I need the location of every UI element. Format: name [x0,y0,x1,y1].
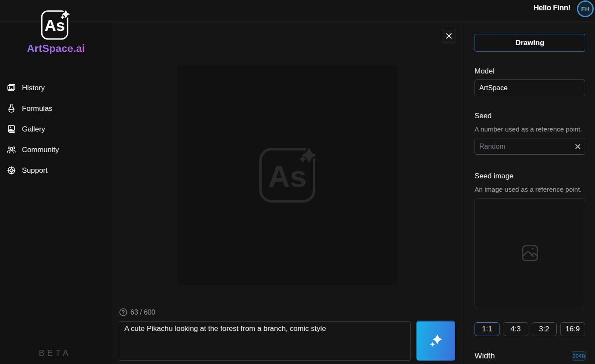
svg-text:As: As [44,17,65,34]
svg-text:As: As [268,160,306,193]
